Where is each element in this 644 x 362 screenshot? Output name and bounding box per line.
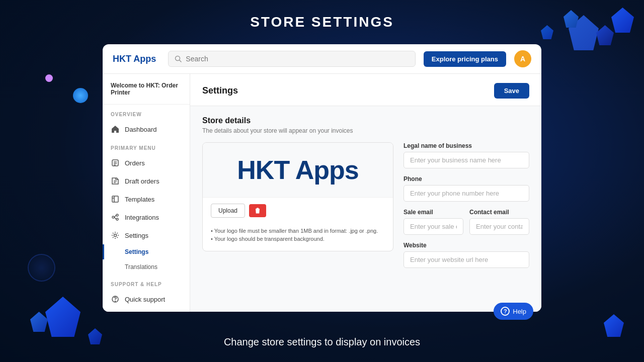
templates-icon — [111, 195, 120, 204]
website-field-group: Website — [404, 242, 529, 268]
sale-email-input[interactable] — [404, 218, 463, 235]
help-label: Help — [513, 308, 526, 315]
legal-name-input[interactable] — [404, 152, 529, 168]
form-fields: Legal name of business Phone Sale email — [404, 142, 529, 275]
sidebar-draft-orders-label: Draft orders — [125, 177, 159, 185]
logo-display-text: HKT Apps — [237, 155, 358, 185]
support-icon — [111, 295, 120, 304]
sidebar-item-orders[interactable]: Orders — [103, 154, 190, 172]
crystal-decoration — [604, 314, 624, 337]
top-bar: HKT Apps Explore pricing plans A — [103, 44, 541, 74]
page-subtitle: Change store settings to display on invo… — [224, 336, 420, 348]
sidebar-settings-sub-label: Settings — [125, 248, 148, 255]
sale-email-field-group: Sale email — [404, 209, 463, 235]
store-details-title: Store details — [202, 116, 529, 125]
svg-point-13 — [116, 218, 118, 220]
orb-decoration — [45, 74, 53, 82]
sidebar-templates-label: Templates — [125, 196, 154, 203]
explore-pricing-button[interactable]: Explore pricing plans — [424, 51, 506, 67]
crystal-decoration — [541, 25, 553, 39]
avatar[interactable]: A — [514, 50, 531, 67]
search-bar — [168, 51, 415, 67]
sidebar-item-draft-orders[interactable]: Draft orders — [103, 172, 190, 190]
crystal-decoration — [30, 312, 48, 332]
svg-line-15 — [114, 217, 116, 219]
sidebar-orders-label: Orders — [125, 159, 145, 167]
sidebar-integrations-label: Integrations — [125, 214, 159, 221]
svg-rect-8 — [112, 196, 118, 202]
help-button[interactable]: ? Help — [494, 303, 533, 320]
page-title: STORE SETTINGS — [250, 14, 394, 30]
contact-email-label: Contact email — [469, 209, 529, 216]
upload-button[interactable]: Upload — [211, 204, 245, 218]
sidebar-sub-settings[interactable]: Settings — [103, 244, 190, 259]
contact-email-field-group: Contact email — [469, 209, 529, 235]
settings-content: Store details The details about your sto… — [190, 106, 541, 285]
svg-point-11 — [112, 216, 114, 218]
sidebar-item-dashboard[interactable]: Dashboard — [103, 120, 190, 138]
app-logo: HKT Apps — [113, 54, 156, 64]
svg-point-16 — [114, 234, 117, 237]
sidebar-section-support: SUPPORT & HELP — [103, 275, 190, 290]
crystal-decoration — [564, 10, 579, 28]
orb-decoration — [73, 88, 88, 103]
delete-logo-button[interactable] — [249, 204, 266, 217]
logo-hints: Your logo file must be smaller than 1MB … — [203, 224, 393, 251]
sidebar-quick-support-label: Quick support — [125, 296, 165, 303]
crystal-decoration — [88, 328, 102, 344]
store-details-desc: The details about your store will appear… — [202, 127, 529, 134]
search-input[interactable] — [186, 55, 409, 63]
website-label: Website — [404, 242, 529, 249]
help-icon: ? — [501, 307, 510, 316]
sidebar-welcome: Welcome to HKT: Order Printer — [103, 82, 190, 105]
svg-point-12 — [116, 214, 118, 216]
sidebar-section-primary: PRIMARY MENU — [103, 138, 190, 154]
sidebar-section-overview: OVERVIEW — [103, 105, 190, 120]
logo-actions: Upload — [203, 197, 393, 224]
crystal-decoration — [45, 297, 80, 337]
crystal-decoration — [596, 25, 614, 45]
logo-hint-1: Your logo file must be smaller than 1MB … — [211, 228, 385, 234]
sidebar-item-integrations[interactable]: Integrations — [103, 208, 190, 226]
sidebar-item-templates[interactable]: Templates — [103, 190, 190, 208]
settings-icon — [111, 231, 120, 240]
sidebar: Welcome to HKT: Order Printer OVERVIEW D… — [103, 74, 190, 312]
logo-image-area: HKT Apps — [203, 143, 393, 197]
home-icon — [111, 125, 120, 134]
crystal-decoration — [611, 8, 634, 33]
sidebar-item-logout[interactable]: Logout — [103, 308, 190, 312]
main-content: Welcome to HKT: Order Printer OVERVIEW D… — [103, 74, 541, 312]
app-window: HKT Apps Explore pricing plans A Welcome… — [103, 44, 541, 312]
content-header: Settings Save — [190, 74, 541, 106]
sidebar-settings-label: Settings — [125, 232, 148, 239]
sale-email-label: Sale email — [404, 209, 463, 216]
logo-preview-panel: HKT Apps Upload Your logo file must b — [202, 142, 393, 251]
logo-hint-2: Your logo should be transparent backgrou… — [211, 236, 385, 242]
orb-decoration — [28, 254, 55, 282]
website-input[interactable] — [404, 251, 529, 268]
save-button[interactable]: Save — [494, 83, 529, 99]
settings-header-title: Settings — [202, 85, 238, 96]
sidebar-sub-translations[interactable]: Translations — [103, 259, 190, 275]
legal-name-label: Legal name of business — [404, 142, 529, 149]
orders-icon — [111, 158, 120, 167]
phone-label: Phone — [404, 175, 529, 183]
form-panel: HKT Apps Upload Your logo file must b — [202, 142, 529, 275]
contact-email-input[interactable] — [469, 218, 529, 235]
sidebar-item-settings[interactable]: Settings — [103, 226, 190, 244]
crystal-decoration — [569, 15, 599, 50]
sidebar-dashboard-label: Dashboard — [125, 126, 157, 133]
draft-orders-icon — [111, 176, 120, 186]
integrations-icon — [111, 213, 120, 222]
search-icon — [175, 55, 182, 62]
phone-input[interactable] — [404, 185, 529, 202]
email-field-row: Sale email Contact email — [404, 209, 529, 242]
content-area: Settings Save Store details The details … — [190, 74, 541, 312]
sidebar-translations-label: Translations — [125, 263, 157, 270]
legal-name-field-group: Legal name of business — [404, 142, 529, 168]
svg-point-18 — [115, 301, 116, 302]
svg-line-14 — [114, 215, 116, 217]
phone-field-group: Phone — [404, 175, 529, 202]
svg-line-1 — [180, 60, 182, 62]
sidebar-item-quick-support[interactable]: Quick support — [103, 290, 190, 308]
